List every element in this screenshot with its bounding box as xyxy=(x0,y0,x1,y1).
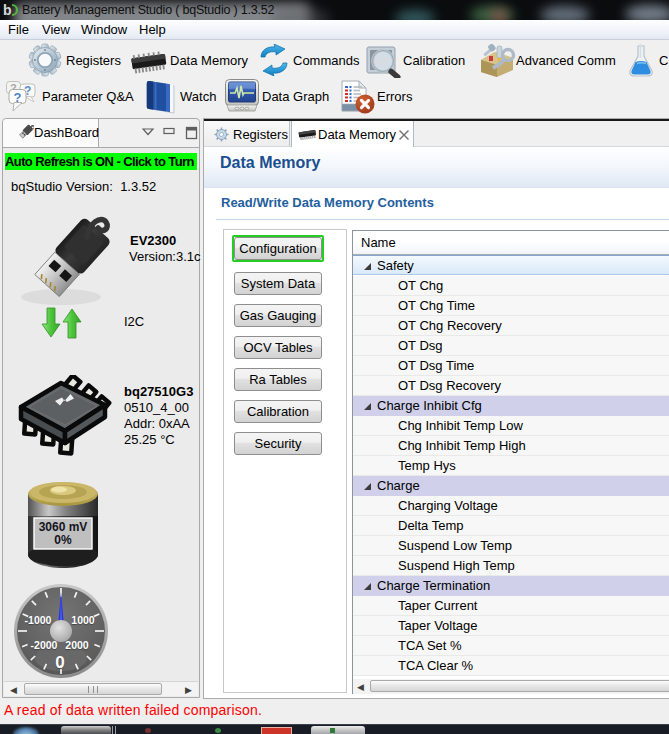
svg-text:1000: 1000 xyxy=(71,614,95,626)
svg-text:2000: 2000 xyxy=(65,639,89,651)
svg-text:0: 0 xyxy=(55,653,64,672)
svg-text:0%: 0% xyxy=(54,533,72,547)
svg-text:-1000: -1000 xyxy=(25,614,52,626)
svg-text:3060 mV: 3060 mV xyxy=(39,520,88,534)
svg-text:b: b xyxy=(3,2,12,18)
svg-text:-2000: -2000 xyxy=(31,639,58,651)
svg-text:?: ? xyxy=(14,90,22,105)
